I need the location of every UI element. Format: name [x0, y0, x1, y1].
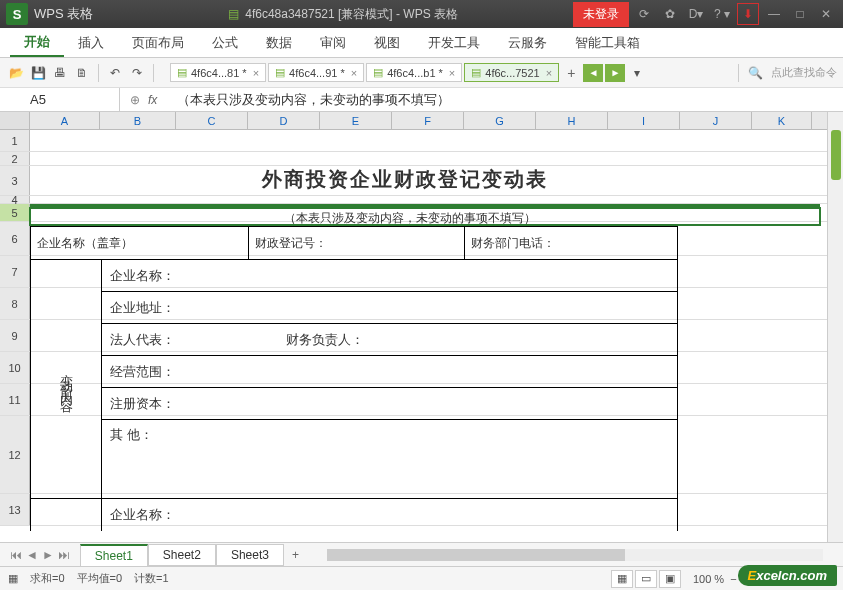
row-header[interactable]: 11 [0, 384, 30, 415]
sheet-tab[interactable]: Sheet2 [148, 544, 216, 566]
zoom-out-button[interactable]: − [730, 573, 736, 585]
gear-icon[interactable]: ✿ [659, 3, 681, 25]
view-reading-button[interactable]: ▣ [659, 570, 681, 588]
label-legal-rep: 法人代表： [110, 331, 286, 349]
skin-icon[interactable]: D▾ [685, 3, 707, 25]
view-normal-button[interactable]: ▦ [611, 570, 633, 588]
col-header[interactable]: A [30, 112, 100, 129]
menu-view[interactable]: 视图 [360, 28, 414, 57]
row-header[interactable]: 2 [0, 152, 30, 165]
menu-dev[interactable]: 开发工具 [414, 28, 494, 57]
field-company-address: 企业地址： [102, 292, 677, 324]
menu-insert[interactable]: 插入 [64, 28, 118, 57]
add-sheet-button[interactable]: + [284, 548, 307, 562]
col-header[interactable]: B [100, 112, 176, 129]
row-header[interactable]: 8 [0, 288, 30, 319]
add-tab-button[interactable]: + [561, 65, 581, 81]
row-header[interactable]: 10 [0, 352, 30, 383]
tab-list-icon[interactable]: ▾ [627, 63, 647, 83]
tab-next-button[interactable]: ► [605, 64, 625, 82]
help-icon[interactable]: ? ▾ [711, 3, 733, 25]
sheet-tab[interactable]: Sheet1 [80, 544, 148, 567]
sheet-prev-icon[interactable]: ◄ [26, 548, 38, 562]
select-all-corner[interactable] [0, 112, 30, 129]
watermark: Excelcn.com [738, 565, 838, 586]
title-bar: S WPS 表格 ▤ 4f6c48a3487521 [兼容模式] - WPS 表… [0, 0, 843, 28]
sheet-next-icon[interactable]: ► [42, 548, 54, 562]
minimize-button[interactable]: — [763, 3, 785, 25]
row-header[interactable]: 9 [0, 320, 30, 351]
doc-icon: ▤ [275, 66, 285, 79]
row-header[interactable]: 6 [0, 222, 30, 255]
tab-prev-button[interactable]: ◄ [583, 64, 603, 82]
side-label-next [31, 499, 101, 531]
row-header[interactable]: 3 [0, 166, 30, 195]
separator [738, 64, 739, 82]
label-finance-head: 财务负责人： [286, 331, 364, 349]
search-icon[interactable]: 🔍 [745, 63, 765, 83]
view-page-button[interactable]: ▭ [635, 570, 657, 588]
col-header[interactable]: D [248, 112, 320, 129]
field-company-name-2: 企业名称： [102, 499, 677, 531]
close-icon[interactable]: × [351, 67, 357, 79]
close-icon[interactable]: × [449, 67, 455, 79]
file-tab-label: 4f6c4...b1 * [387, 67, 443, 79]
search-input[interactable]: 点此查找命令 [771, 65, 837, 80]
file-tab[interactable]: ▤4f6c4...81 *× [170, 63, 266, 82]
print-icon[interactable]: 🖶 [50, 63, 70, 83]
fx-expand-icon[interactable]: ⊕ [130, 93, 140, 107]
scrollbar-thumb[interactable] [831, 130, 841, 180]
print-preview-icon[interactable]: 🗎 [72, 63, 92, 83]
col-header[interactable]: C [176, 112, 248, 129]
row-header[interactable]: 13 [0, 494, 30, 525]
app-name: WPS 表格 [34, 5, 93, 23]
menu-cloud[interactable]: 云服务 [494, 28, 561, 57]
formula-input[interactable]: （本表只涉及变动内容，未变动的事项不填写） [167, 91, 843, 109]
undo-icon[interactable]: ↶ [105, 63, 125, 83]
zoom-value[interactable]: 100 % [693, 573, 724, 585]
horizontal-scrollbar[interactable] [327, 549, 823, 561]
menu-start[interactable]: 开始 [10, 28, 64, 57]
vertical-scrollbar[interactable] [827, 112, 843, 542]
open-icon[interactable]: 📂 [6, 63, 26, 83]
close-icon[interactable]: × [546, 67, 552, 79]
grid-toggle-icon[interactable]: ▦ [8, 572, 18, 585]
sheet-tab[interactable]: Sheet3 [216, 544, 284, 566]
sync-icon[interactable]: ⟳ [633, 3, 655, 25]
file-tab[interactable]: ▤4f6c...7521× [464, 63, 559, 82]
sheet-first-icon[interactable]: ⏮ [10, 548, 22, 562]
login-button[interactable]: 未登录 [573, 2, 629, 27]
col-header[interactable]: K [752, 112, 812, 129]
row-header[interactable]: 12 [0, 416, 30, 493]
close-button[interactable]: ✕ [815, 3, 837, 25]
menu-review[interactable]: 审阅 [306, 28, 360, 57]
redo-icon[interactable]: ↷ [127, 63, 147, 83]
file-tab[interactable]: ▤4f6c4...91 *× [268, 63, 364, 82]
fx-label[interactable]: fx [148, 93, 157, 107]
col-header[interactable]: H [536, 112, 608, 129]
menu-smart-tools[interactable]: 智能工具箱 [561, 28, 654, 57]
col-header[interactable]: F [392, 112, 464, 129]
menu-formula[interactable]: 公式 [198, 28, 252, 57]
file-tabs: ▤4f6c4...81 *× ▤4f6c4...91 *× ▤4f6c4...b… [170, 63, 732, 83]
update-icon[interactable]: ⬇ [737, 3, 759, 25]
col-header[interactable]: G [464, 112, 536, 129]
sheet-last-icon[interactable]: ⏭ [58, 548, 70, 562]
row-header[interactable]: 5 [0, 204, 30, 221]
cell-reference-box[interactable]: A5 [0, 88, 120, 111]
row-header[interactable]: 7 [0, 256, 30, 287]
field-registered-capital: 注册资本： [102, 388, 677, 420]
menu-page-layout[interactable]: 页面布局 [118, 28, 198, 57]
save-icon[interactable]: 💾 [28, 63, 48, 83]
col-header[interactable]: I [608, 112, 680, 129]
row-header[interactable]: 4 [0, 196, 30, 203]
scrollbar-thumb[interactable] [327, 549, 625, 561]
col-header[interactable]: E [320, 112, 392, 129]
menu-data[interactable]: 数据 [252, 28, 306, 57]
close-icon[interactable]: × [253, 67, 259, 79]
row-header[interactable]: 1 [0, 130, 30, 151]
grid-body[interactable]: 1 2 3 4 5 6 7 8 9 10 11 12 13 外商投资企业财政登记… [0, 130, 827, 526]
file-tab[interactable]: ▤4f6c4...b1 *× [366, 63, 462, 82]
col-header[interactable]: J [680, 112, 752, 129]
maximize-button[interactable]: □ [789, 3, 811, 25]
